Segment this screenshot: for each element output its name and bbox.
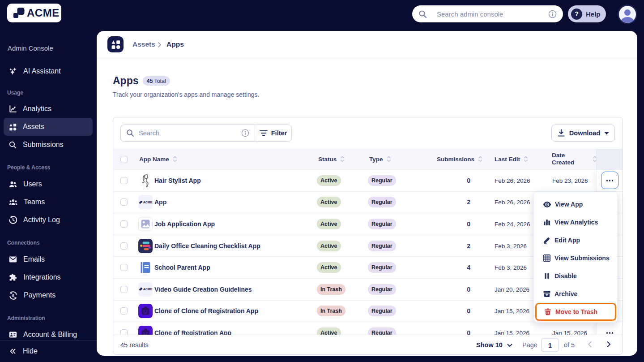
svg-text:$: $ [12, 293, 15, 297]
